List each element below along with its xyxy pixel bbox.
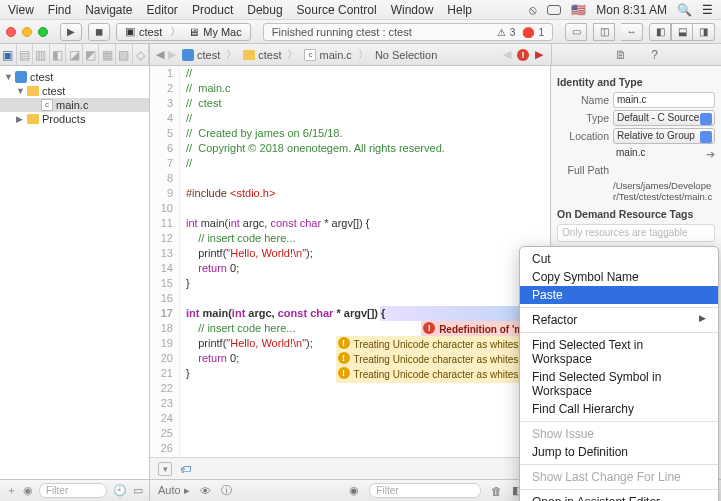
menu-debug[interactable]: Debug [247, 3, 282, 17]
ctx-paste[interactable]: Paste [520, 286, 718, 304]
tree-products[interactable]: ▶Products [0, 112, 149, 126]
navigator-tab-2[interactable]: ▥ [33, 44, 50, 65]
navigator-tab-3[interactable]: ◧ [50, 44, 67, 65]
auto-scope-button[interactable]: Auto ▸ [158, 484, 190, 497]
stop-icon: ⦸ [529, 3, 537, 17]
minimize-window-button[interactable] [22, 27, 32, 37]
ctx-jump-to-definition[interactable]: Jump to Definition [520, 443, 718, 461]
ctx-cut[interactable]: Cut [520, 250, 718, 268]
ctx-open-in-assistant-editor[interactable]: Open in Assistant Editor [520, 493, 718, 501]
warning-count[interactable]: ⚠3 [497, 27, 516, 38]
info-icon[interactable]: ⓘ [221, 483, 232, 498]
tree-project[interactable]: ▼ctest [0, 70, 149, 84]
name-field[interactable]: main.c [613, 92, 715, 108]
ctx-find-call-hierarchy[interactable]: Find Call Hierarchy [520, 400, 718, 418]
close-window-button[interactable] [6, 27, 16, 37]
quick-help-tab[interactable]: ? [651, 48, 658, 62]
recent-filter-icon[interactable]: 🕘 [113, 484, 127, 497]
menu-separator [520, 307, 718, 308]
type-select[interactable]: Default - C Source [613, 110, 715, 126]
menu-separator [520, 464, 718, 465]
c-file-icon: c [41, 99, 53, 111]
file-inspector-tab[interactable]: 🗎 [615, 48, 627, 62]
source-editor[interactable]: 1//2// main.c3// ctest4//5// Created by … [150, 66, 551, 479]
back-button[interactable]: ◀ [156, 48, 164, 61]
error-count[interactable]: 🛑1 [522, 27, 544, 38]
jump-bar-issues[interactable]: ◀ ! ▶ [495, 48, 551, 61]
filter-icon: ◉ [349, 484, 359, 497]
toggle-inspector-button[interactable]: ◨ [693, 23, 715, 41]
navigator-filter-input[interactable]: Filter [39, 483, 107, 498]
input-flag-icon[interactable]: 🇺🇸 [571, 3, 586, 17]
editor-mode-segmented[interactable]: ▭ ◫ ↔ [565, 23, 643, 41]
spotlight-icon[interactable]: 🔍 [677, 3, 692, 17]
ctx-find-selected-symbol-in-workspace[interactable]: Find Selected Symbol in Workspace [520, 368, 718, 400]
ctx-copy-symbol-name[interactable]: Copy Symbol Name [520, 268, 718, 286]
menu-view[interactable]: View [8, 3, 34, 17]
menu-editor[interactable]: Editor [147, 3, 178, 17]
debug-filter-input[interactable]: Filter [369, 483, 481, 498]
add-button[interactable]: ＋ [6, 483, 17, 498]
scheme-selector[interactable]: ▣ctest 〉 🖥My Mac [116, 23, 251, 41]
menu-window[interactable]: Window [391, 3, 434, 17]
zoom-window-button[interactable] [38, 27, 48, 37]
forward-button[interactable]: ▶ [168, 48, 176, 61]
version-editor-button[interactable]: ↔ [621, 23, 643, 41]
ctx-find-selected-text-in-workspace[interactable]: Find Selected Text in Workspace [520, 336, 718, 368]
tree-file-selected[interactable]: cmain.c [0, 98, 149, 112]
panel-toggle-segmented[interactable]: ◧ ⬓ ◨ [649, 23, 715, 41]
menu-product[interactable]: Product [192, 3, 233, 17]
menu-find[interactable]: Find [48, 3, 71, 17]
standard-editor-button[interactable]: ▭ [565, 23, 587, 41]
navigator-tab-4[interactable]: ◪ [66, 44, 83, 65]
debug-tag-icon[interactable]: 🏷 [180, 463, 191, 475]
ctx-show-last-change-for-line: Show Last Change For Line [520, 468, 718, 486]
code-area[interactable]: 1//2// main.c3// ctest4//5// Created by … [150, 66, 550, 457]
assistant-editor-button[interactable]: ◫ [593, 23, 615, 41]
next-issue-button[interactable]: ▶ [535, 48, 543, 61]
odrt-heading: On Demand Resource Tags [557, 208, 715, 220]
clock: Mon 8:31 AM [596, 3, 667, 17]
filter-scope-icon[interactable]: ◉ [23, 484, 33, 497]
navigator-tab-5[interactable]: ◩ [83, 44, 100, 65]
project-navigator[interactable]: ▼ctest ▼ctest cmain.c ▶Products [0, 66, 150, 479]
window-controls [6, 27, 48, 37]
eye-icon[interactable]: 👁 [200, 485, 211, 497]
stop-button[interactable]: ◼ [88, 23, 110, 41]
fullpath-label: Full Path [557, 164, 609, 176]
project-icon [182, 49, 194, 61]
navigator-tab-8[interactable]: ◇ [133, 44, 150, 65]
jump-crumb-symbol: No Selection [371, 49, 441, 61]
menu-separator [520, 489, 718, 490]
jump-bar[interactable]: ◀ ▶ ctest 〉 ctest 〉 cmain.c 〉 No Selecti… [150, 44, 495, 65]
xcode-toolbar: ▶ ◼ ▣ctest 〉 🖥My Mac Finished running ct… [0, 20, 721, 44]
location-select[interactable]: Relative to Group [613, 128, 715, 144]
breakpoints-button[interactable]: ▾ [158, 462, 172, 476]
jump-crumb-file: cmain.c [300, 49, 355, 61]
prev-issue-button[interactable]: ◀ [503, 48, 511, 61]
menu-navigate[interactable]: Navigate [85, 3, 132, 17]
navigator-tab-6[interactable]: ▦ [99, 44, 116, 65]
project-icon [15, 71, 27, 83]
scm-filter-icon[interactable]: ▭ [133, 484, 143, 497]
navigator-tab-1[interactable]: ▤ [17, 44, 34, 65]
navigator-tab-7[interactable]: ▧ [116, 44, 133, 65]
navigator-bottom-bar: ＋ ◉ Filter 🕘 ▭ [0, 480, 150, 501]
notification-center-icon[interactable]: ☰ [702, 3, 713, 17]
run-button[interactable]: ▶ [60, 23, 82, 41]
menu-help[interactable]: Help [447, 3, 472, 17]
jump-crumb-project: ctest [178, 49, 224, 61]
context-menu[interactable]: CutCopy Symbol NamePasteRefactorFind Sel… [519, 246, 719, 501]
reveal-arrow-icon[interactable]: ➔ [706, 148, 715, 160]
status-text: Finished running ctest : ctest [272, 26, 412, 38]
folder-icon [27, 86, 39, 96]
trash-icon[interactable]: 🗑 [491, 485, 502, 497]
toggle-navigator-button[interactable]: ◧ [649, 23, 671, 41]
tree-group[interactable]: ▼ctest [0, 84, 149, 98]
toggle-debug-area-button[interactable]: ⬓ [671, 23, 693, 41]
menu-source-control[interactable]: Source Control [297, 3, 377, 17]
menubar-items: ViewFindNavigateEditorProductDebugSource… [8, 3, 472, 17]
ctx-refactor[interactable]: Refactor [520, 311, 718, 329]
debug-bar: ▾ 🏷 [150, 457, 550, 479]
navigator-tab-0[interactable]: ▣ [0, 44, 17, 65]
